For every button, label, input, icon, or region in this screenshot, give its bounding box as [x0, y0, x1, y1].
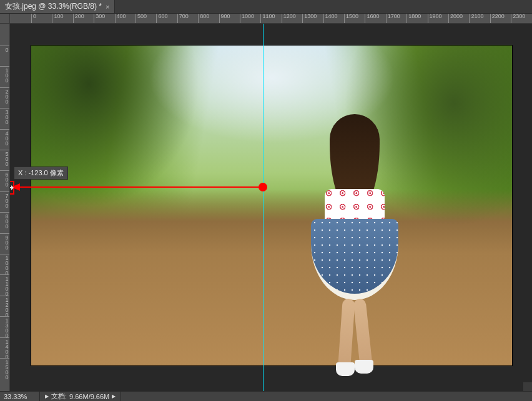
- ruler-v-tick: 1100: [0, 274, 9, 296]
- ruler-h-tick: 1600: [365, 14, 379, 23]
- ruler-h-tick: 1300: [302, 14, 317, 23]
- ruler-h-tick: 1500: [344, 14, 358, 23]
- ruler-h-tick: 1000: [240, 14, 254, 23]
- tooltip-value: -123.0: [29, 169, 48, 176]
- ruler-v-tick: 100: [0, 66, 9, 82]
- ruler-v-tick: 1300: [0, 316, 9, 337]
- tooltip-unit: 像素: [50, 169, 64, 176]
- ruler-v-tick: 200: [0, 87, 9, 104]
- ruler-horizontal[interactable]: 0100200300400500600700800900100011001200…: [10, 14, 532, 24]
- ruler-h-tick: 600: [156, 14, 167, 23]
- ruler-vertical[interactable]: 0100200300400500600700800900100011001200…: [0, 24, 10, 391]
- zoom-level-field[interactable]: 33.33%: [0, 392, 40, 401]
- image-subject: [311, 114, 398, 364]
- annotation-arrow: [12, 186, 262, 188]
- image-content: [31, 46, 512, 365]
- tooltip-prefix: X :: [18, 169, 26, 176]
- close-tab-icon[interactable]: ×: [106, 3, 109, 11]
- ruler-v-tick: 800: [0, 212, 9, 228]
- vertical-guide[interactable]: [263, 24, 264, 391]
- ruler-v-tick: 0: [0, 46, 9, 52]
- ruler-h-tick: 1800: [406, 14, 421, 23]
- ruler-h-tick: 1100: [260, 14, 275, 23]
- ruler-h-tick: 700: [177, 14, 189, 23]
- ruler-h-tick: 800: [198, 14, 209, 23]
- ruler-v-tick: 1200: [0, 296, 9, 317]
- ruler-h-tick: 2200: [490, 14, 505, 23]
- ruler-h-tick: 1200: [282, 14, 296, 23]
- ruler-h-tick: 100: [52, 14, 63, 23]
- scroll-corner: [523, 382, 532, 391]
- ruler-v-tick: 600: [0, 170, 9, 186]
- ruler-v-tick: 900: [0, 233, 9, 249]
- document-tab[interactable]: 女孩.jpeg @ 33.3%(RGB/8) * ×: [0, 0, 115, 13]
- ruler-h-tick: 1700: [386, 14, 400, 23]
- ruler-v-tick: 1400: [0, 337, 9, 359]
- ruler-h-tick: 200: [73, 14, 84, 23]
- disclosure-arrow-icon: ▶: [45, 394, 49, 399]
- ruler-v-tick: 400: [0, 129, 9, 145]
- ruler-h-tick: 2100: [469, 14, 483, 23]
- status-bar: 33.33% ▶ 文档: 9.66M/9.66M ▶: [0, 391, 532, 401]
- workspace: 0100200300400500600700800900100011001200…: [0, 14, 532, 391]
- document-tab-title: 女孩.jpeg @ 33.3%(RGB/8) *: [5, 1, 102, 12]
- ruler-v-tick: 300: [0, 108, 9, 124]
- ruler-h-tick: 300: [94, 14, 105, 23]
- ruler-v-tick: 500: [0, 150, 9, 166]
- dropdown-arrow-icon[interactable]: ▶: [112, 394, 116, 399]
- ruler-h-tick: 400: [115, 14, 126, 23]
- doc-label: 文档:: [51, 392, 67, 401]
- canvas-area[interactable]: X : -123.0 像素: [10, 24, 532, 391]
- guide-position-tooltip: X : -123.0 像素: [14, 167, 68, 180]
- annotation-anchor-dot: [259, 183, 267, 191]
- ruler-v-tick: 1000: [0, 254, 9, 275]
- document-size-readout[interactable]: ▶ 文档: 9.66M/9.66M ▶: [40, 392, 121, 401]
- ruler-v-tick: 1500: [0, 358, 9, 379]
- ruler-origin-box[interactable]: [0, 14, 10, 24]
- document-tab-bar: 女孩.jpeg @ 33.3%(RGB/8) * ×: [0, 0, 532, 14]
- ruler-v-tick: 700: [0, 191, 9, 208]
- ruler-h-tick: 2300: [511, 14, 525, 23]
- image-canvas[interactable]: [31, 46, 512, 365]
- doc-value: 9.66M/9.66M: [69, 393, 109, 400]
- ruler-drag-cursor: [10, 181, 14, 195]
- ruler-h-tick: 1400: [323, 14, 338, 23]
- ruler-h-tick: 0: [31, 14, 36, 23]
- zoom-value: 33.33%: [4, 393, 27, 400]
- ruler-h-tick: 900: [219, 14, 230, 23]
- ruler-h-tick: 500: [135, 14, 147, 23]
- ruler-h-tick: 2000: [448, 14, 463, 23]
- ruler-h-tick: 1900: [428, 14, 442, 23]
